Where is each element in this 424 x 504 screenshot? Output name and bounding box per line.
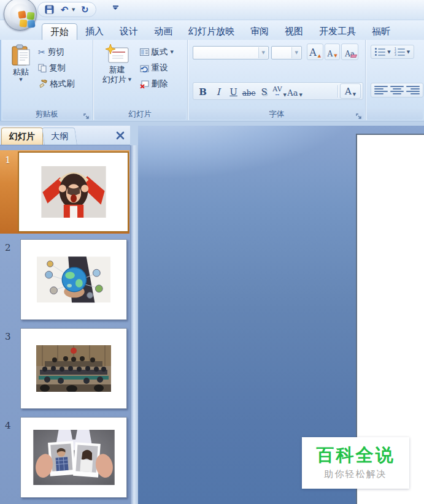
font-name-dropdown-icon[interactable]: ▼ — [258, 47, 268, 58]
tab-review[interactable]: 审阅 — [242, 23, 277, 40]
tab-design[interactable]: 设计 — [112, 23, 146, 40]
shrink-font-button[interactable]: A▼ — [325, 44, 340, 60]
tab-animations[interactable]: 动画 — [146, 23, 180, 40]
reset-icon — [140, 64, 149, 72]
delete-slide-button[interactable]: 删除 — [140, 76, 174, 92]
font-size-combobox[interactable]: ▼ — [271, 46, 302, 59]
slide-number: 2 — [5, 242, 11, 253]
photo-screaming-woman-icon — [41, 166, 106, 218]
group-font: ▼ ▼ A▲ A▼ Aa B I U abe — [188, 40, 366, 120]
new-slide-label-1: 新建 — [109, 65, 125, 75]
change-case-button[interactable]: Aa ▼ — [287, 83, 303, 99]
reset-button[interactable]: 重设 — [140, 60, 174, 76]
photo-torn-couple-photos-icon — [33, 430, 115, 485]
ribbon-tab-row: 开始 插入 设计 动画 幻灯片放映 审阅 视图 开发工具 福昕 — [0, 20, 424, 40]
ribbon: 粘贴 ▼ ✂ 剪切 复制 — [0, 40, 424, 121]
slide-number: 1 — [5, 155, 11, 166]
clear-formatting-button[interactable]: Aa — [341, 44, 358, 60]
character-spacing-dropdown-icon[interactable]: ▼ — [283, 93, 287, 97]
slides-panel: 幻灯片 大纲 1 — [0, 126, 130, 504]
numbering-dropdown-icon[interactable]: ▼ — [407, 50, 410, 55]
customize-qat-icon[interactable] — [112, 6, 119, 10]
font-size-dropdown-icon[interactable]: ▼ — [291, 47, 301, 58]
cut-icon: ✂ — [38, 47, 45, 57]
close-icon[interactable] — [115, 131, 125, 140]
slides-panel-tabs: 幻灯片 大纲 — [0, 126, 130, 145]
bullets-dropdown-icon[interactable]: ▼ — [387, 50, 390, 55]
italic-button[interactable]: I — [210, 83, 226, 99]
paste-dropdown-icon[interactable]: ▼ — [19, 77, 22, 83]
cut-button[interactable]: ✂ 剪切 — [38, 44, 75, 60]
copy-button[interactable]: 复制 — [38, 60, 75, 76]
align-right-button[interactable] — [406, 86, 420, 94]
format-painter-button[interactable]: 格式刷 — [38, 76, 75, 92]
tab-home[interactable]: 开始 — [42, 23, 77, 40]
powerpoint-window: ↶ ▼ ↻ 开始 插入 设计 动画 幻灯片放映 审阅 视图 开发工具 福昕 — [0, 0, 424, 504]
character-spacing-button[interactable]: AV ↔ ▼ — [272, 83, 287, 99]
numbering-icon: 1 2 3 — [395, 48, 405, 56]
quick-access-toolbar: ↶ ▼ ↻ — [37, 2, 96, 17]
grow-font-button[interactable]: A▲ — [307, 44, 323, 60]
paste-button[interactable]: 粘贴 ▼ — [6, 44, 36, 83]
watermark-title: 百科全说 — [317, 446, 395, 465]
text-shadow-button[interactable]: S — [256, 83, 272, 99]
copy-icon — [38, 64, 47, 72]
underline-button[interactable]: U — [226, 83, 241, 99]
tab-foxit[interactable]: 福昕 — [364, 23, 398, 40]
tab-developer[interactable]: 开发工具 — [311, 23, 364, 40]
paragraph-group-label — [367, 109, 423, 120]
slide-thumbnail-3[interactable] — [20, 328, 127, 409]
paste-label: 粘贴 — [13, 67, 29, 77]
slide-row-1[interactable]: 1 — [0, 150, 129, 234]
group-paragraph: ▼ 1 2 3 ▼ — [366, 40, 424, 120]
group-slides: 新建 幻灯片 ▼ 版式 ▼ — [93, 40, 188, 120]
panel-tab-outline[interactable]: 大纲 — [42, 128, 77, 145]
tab-insert[interactable]: 插入 — [77, 23, 112, 40]
redo-icon[interactable]: ↻ — [79, 4, 90, 15]
slide-thumbnail-1[interactable] — [18, 151, 129, 232]
bullets-icon — [375, 48, 385, 56]
slide-number: 4 — [5, 420, 11, 431]
layout-button[interactable]: 版式 ▼ — [140, 44, 174, 60]
format-painter-icon — [38, 80, 47, 88]
panel-scrollbar[interactable] — [130, 145, 138, 504]
panel-tab-slides[interactable]: 幻灯片 — [1, 128, 43, 145]
undo-icon[interactable]: ↶ — [59, 4, 70, 15]
photo-courtroom-icon — [36, 345, 111, 392]
new-slide-icon — [105, 44, 129, 65]
watermark-box: 百科全说 助你轻松解决 — [302, 437, 409, 489]
layout-dropdown-icon[interactable]: ▼ — [171, 50, 174, 55]
font-toolbar-row: B I U abe S AV ↔ ▼ Aa ▼ — [193, 82, 363, 100]
numbering-button[interactable]: 1 2 3 ▼ — [395, 48, 411, 56]
slides-group-label: 幻灯片 — [94, 109, 187, 120]
new-slide-dropdown-icon[interactable]: ▼ — [128, 77, 131, 83]
font-name-combobox[interactable]: ▼ — [193, 46, 269, 59]
font-color-button[interactable]: A ▼ — [340, 83, 361, 99]
font-color-dropdown-icon[interactable]: ▼ — [353, 92, 356, 97]
paste-icon — [10, 44, 31, 67]
undo-dropdown-icon[interactable]: ▼ — [72, 7, 75, 12]
layout-icon — [140, 48, 149, 56]
tab-slideshow[interactable]: 幻灯片放映 — [180, 23, 242, 40]
align-center-button[interactable] — [390, 86, 404, 94]
watermark-subtitle: 助你轻松解决 — [325, 468, 387, 480]
clipboard-dialog-launcher-icon[interactable] — [83, 111, 90, 118]
save-icon[interactable] — [44, 4, 55, 15]
tab-view[interactable]: 视图 — [277, 23, 311, 40]
change-case-dropdown-icon[interactable]: ▼ — [299, 93, 302, 97]
bold-button[interactable]: B — [195, 83, 210, 99]
font-group-label: 字体 — [189, 109, 364, 120]
slide-number: 3 — [5, 331, 11, 342]
font-dialog-launcher-icon[interactable] — [355, 111, 363, 118]
clipboard-group-label: 剪贴板 — [2, 109, 91, 120]
align-left-button[interactable] — [374, 86, 388, 94]
strikethrough-button[interactable]: abe — [241, 83, 256, 99]
office-logo-icon — [10, 4, 31, 25]
bullets-button[interactable]: ▼ — [375, 48, 390, 56]
new-slide-label-2: 幻灯片 — [102, 75, 126, 85]
office-button[interactable] — [4, 0, 37, 31]
slide-thumbnail-4[interactable] — [20, 417, 127, 498]
photo-globe-in-hand-icon — [37, 256, 110, 303]
slide-thumbnail-2[interactable] — [20, 239, 127, 320]
new-slide-button[interactable]: 新建 幻灯片 ▼ — [98, 44, 136, 85]
